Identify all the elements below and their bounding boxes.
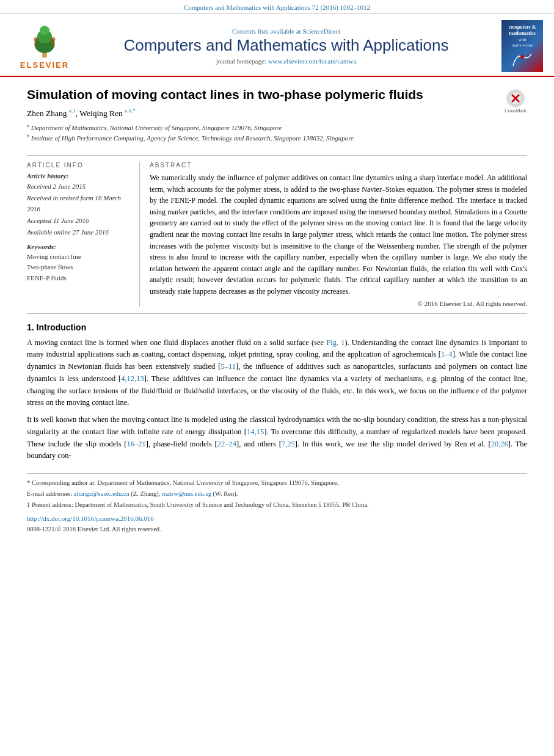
doi-link[interactable]: http://dx.doi.org/10.1016/j.camwa.2016.0… xyxy=(27,515,154,522)
thumb-graphic xyxy=(510,51,534,68)
page: Computers and Mathematics with Applicati… xyxy=(0,0,554,756)
elsevier-tree-icon xyxy=(20,23,69,59)
sciencedirect-link[interactable]: ScienceDirect xyxy=(302,27,340,35)
history-revised: Received in revised form 16 March 2016 xyxy=(27,192,132,215)
article-info-header: ARTICLE INFO xyxy=(27,162,132,169)
svg-rect-7 xyxy=(52,42,54,46)
journal-thumb-box: computers & mathematics with application… xyxy=(501,20,543,72)
email-ren[interactable]: matrw@nus.edu.sg xyxy=(162,490,211,497)
two-col-section: ARTICLE INFO Article history: Received 2… xyxy=(27,162,527,307)
divider-2 xyxy=(27,313,527,314)
email-zhang[interactable]: zhangz@sustc.edu.cn xyxy=(74,490,129,497)
keywords-section: Keywords: Moving contact line Two-phase … xyxy=(27,243,132,284)
crossmark[interactable]: CrossMark xyxy=(504,89,527,114)
ref-4-12-13[interactable]: 4,12,13 xyxy=(121,374,144,383)
elsevier-label: ELSEVIER xyxy=(20,60,69,70)
journal-header: ELSEVIER Contents lists available at Sci… xyxy=(0,14,554,77)
ref-7-25[interactable]: 7,25 xyxy=(282,440,295,448)
crossmark-label: CrossMark xyxy=(505,108,527,114)
footer-notes: * Corresponding author at: Department of… xyxy=(27,473,527,535)
top-doi-bar: Computers and Mathematics with Applicati… xyxy=(0,0,554,14)
footer-issn: 0898-1221/© 2016 Elsevier Ltd. All right… xyxy=(27,524,527,535)
article-body: Simulation of moving contact lines in tw… xyxy=(0,77,554,545)
history-accepted: Accepted 11 June 2016 xyxy=(27,215,132,227)
keyword-moving-contact-line: Moving contact line xyxy=(27,252,132,263)
divider-1 xyxy=(27,155,527,156)
section-number: 1. xyxy=(27,322,34,332)
introduction-section: 1. Introduction A moving contact line is… xyxy=(27,322,527,463)
keyword-two-phase-flows: Two-phase flows xyxy=(27,262,132,273)
section-title-text: Introduction xyxy=(37,322,87,332)
crossmark-icon xyxy=(506,89,525,107)
keywords-label: Keywords: xyxy=(27,243,132,250)
homepage-link[interactable]: www.elsevier.com/locate/camwa xyxy=(268,57,357,65)
elsevier-logo: ELSEVIER xyxy=(11,23,78,70)
svg-point-4 xyxy=(34,37,38,42)
svg-rect-5 xyxy=(35,42,37,46)
intro-paragraph-2: It is well known that when the moving co… xyxy=(27,414,527,462)
footnote1: 1 Present address: Department of Mathema… xyxy=(27,500,527,511)
doi-text: Computers and Mathematics with Applicati… xyxy=(184,4,370,11)
ref-1-4[interactable]: 1–4 xyxy=(441,350,453,358)
journal-thumb: computers & mathematics with application… xyxy=(494,20,543,72)
svg-point-3 xyxy=(40,26,50,35)
authors: Zhen Zhang a,1, Weiqing Ren a,b,* xyxy=(27,107,498,118)
ref-14-15[interactable]: 14,15 xyxy=(247,427,264,436)
article-title: Simulation of moving contact lines in tw… xyxy=(27,87,498,103)
abstract-col: ABSTRACT We numerically study the influe… xyxy=(150,162,527,307)
intro-paragraph-1: A moving contact line is formed when one… xyxy=(27,337,527,410)
abstract-header: ABSTRACT xyxy=(150,162,527,169)
ref-22-24[interactable]: 22–24 xyxy=(217,440,236,448)
history-online: Available online 27 June 2016 xyxy=(27,227,132,238)
ref-5-11[interactable]: 5–11 xyxy=(221,362,236,371)
abstract-copyright: © 2016 Elsevier Ltd. All rights reserved… xyxy=(150,300,527,307)
affiliations: a Department of Mathematics, National Un… xyxy=(27,122,498,143)
svg-point-6 xyxy=(51,37,55,42)
svg-point-8 xyxy=(520,55,524,59)
contents-available: Contents lists available at ScienceDirec… xyxy=(78,27,494,35)
fig1-ref[interactable]: Fig. 1 xyxy=(326,338,344,347)
journal-homepage: journal homepage: www.elsevier.com/locat… xyxy=(78,57,494,65)
journal-title: Computers and Mathematics with Applicati… xyxy=(78,36,494,55)
article-history: Received 2 June 2015 Received in revised… xyxy=(27,181,132,238)
history-label: Article history: xyxy=(27,172,132,180)
footer-doi[interactable]: http://dx.doi.org/10.1016/j.camwa.2016.0… xyxy=(27,513,527,525)
article-info-col: ARTICLE INFO Article history: Received 2… xyxy=(27,162,140,307)
email-note: E-mail addresses: zhangz@sustc.edu.cn (Z… xyxy=(27,489,527,500)
corresponding-note: * Corresponding author at: Department of… xyxy=(27,478,527,489)
journal-center: Contents lists available at ScienceDirec… xyxy=(78,27,494,64)
history-received: Received 2 June 2015 xyxy=(27,181,132,192)
keyword-fene-p: FENE-P fluids xyxy=(27,273,132,284)
ref-16-21[interactable]: 16–21 xyxy=(126,440,145,448)
ref-20-26[interactable]: 20,26 xyxy=(491,440,508,448)
contents-text: Contents lists available at xyxy=(232,27,301,35)
article-title-text: Simulation of moving contact lines in tw… xyxy=(27,87,498,149)
homepage-text: journal homepage: xyxy=(216,57,266,65)
section-title: 1. Introduction xyxy=(27,322,527,332)
abstract-text: We numerically study the influence of po… xyxy=(150,172,527,297)
article-title-section: Simulation of moving contact lines in tw… xyxy=(27,87,527,149)
